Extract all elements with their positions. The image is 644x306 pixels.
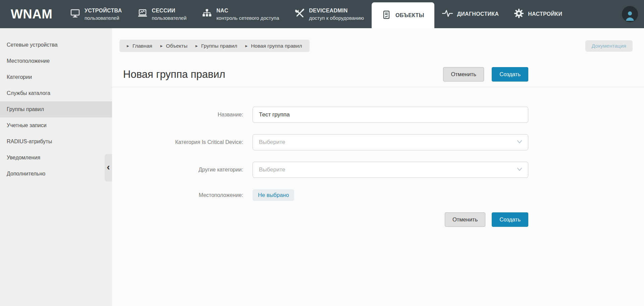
sidebar-item-notifications[interactable]: Уведомления <box>0 150 112 166</box>
form-row-name: Название: <box>112 107 644 123</box>
cancel-button-bottom[interactable]: Отменить <box>445 212 485 227</box>
sidebar-item-network-devices[interactable]: Сетевые устройства <box>0 37 112 53</box>
gear-icon <box>514 9 524 19</box>
critical-category-label: Категория Is Critical Device: <box>112 139 243 145</box>
nav-item-settings[interactable]: НАСТРОЙКИ <box>506 0 570 28</box>
nav-label: NAC <box>216 8 279 14</box>
breadcrumb-item-rule-groups[interactable]: ▶ Группы правил <box>192 43 241 49</box>
sidebar-item-accounts[interactable]: Учетные записи <box>0 117 112 134</box>
tools-icon <box>294 8 305 20</box>
form-row-location: Местоположение: Не выбрано <box>112 189 644 201</box>
name-label: Название: <box>112 112 243 118</box>
title-divider <box>112 87 644 87</box>
create-button-bottom[interactable]: Создать <box>492 212 528 227</box>
nav-label: СЕССИИ <box>152 8 187 14</box>
nav-items: УСТРОЙСТВА пользователей СЕССИИ пользова… <box>62 0 570 28</box>
sidebar-item-directory-services[interactable]: Службы каталога <box>0 85 112 101</box>
breadcrumb-arrow-icon: ▶ <box>127 44 129 48</box>
breadcrumb: ▶ Главная ▶ Объекты ▶ Группы правил ▶ Но… <box>119 40 310 52</box>
chevron-left-icon: ‹ <box>107 162 110 172</box>
nav-label: НАСТРОЙКИ <box>528 11 562 17</box>
select-placeholder: Выберите <box>259 139 285 146</box>
breadcrumb-item-home[interactable]: ▶ Главная <box>123 43 156 49</box>
select-placeholder: Выберите <box>259 166 285 173</box>
nav-sublabel: доступ к оборудованию <box>309 15 364 21</box>
form-row-other-categories: Другие категории: Выберите <box>112 162 644 178</box>
main-content: ▶ Главная ▶ Объекты ▶ Группы правил ▶ Но… <box>112 28 644 306</box>
category-critical-select[interactable]: Выберите <box>253 134 528 150</box>
breadcrumb-arrow-icon: ▶ <box>160 44 163 48</box>
other-categories-label: Другие категории: <box>112 167 243 173</box>
sidebar-item-location[interactable]: Местоположение <box>0 53 112 69</box>
documentation-link[interactable]: Документация <box>585 40 633 52</box>
chevron-down-icon <box>517 139 523 146</box>
rule-group-form: Название: Категория Is Critical Device: … <box>112 107 644 227</box>
title-actions: Отменить Создать <box>443 67 528 82</box>
breadcrumb-item-new-rule-group[interactable]: ▶ Новая группа правил <box>241 43 306 49</box>
sidebar-item-rule-groups[interactable]: Группы правил <box>0 101 112 117</box>
create-button-top[interactable]: Создать <box>492 67 528 82</box>
sidebar-item-additional[interactable]: Дополнительно <box>0 166 112 182</box>
nav-sublabel: контроль сетевого доступа <box>216 15 279 21</box>
form-row-critical-category: Категория Is Critical Device: Выберите <box>112 134 644 150</box>
nav-item-diagnostics[interactable]: ДИАГНОСТИКА <box>434 0 507 28</box>
user-avatar[interactable] <box>622 6 638 22</box>
app-logo[interactable]: WNAM <box>0 0 62 28</box>
nav-label: ОБЪЕКТЫ <box>395 12 424 18</box>
breadcrumb-item-objects[interactable]: ▶ Объекты <box>156 43 192 49</box>
top-navbar: WNAM УСТРОЙСТВА пользователей <box>0 0 644 28</box>
nav-item-deviceadmin[interactable]: DEVICEADMIN доступ к оборудованию <box>287 0 372 28</box>
chevron-down-icon <box>517 166 523 173</box>
sidebar: Сетевые устройства Местоположение Катего… <box>0 28 112 306</box>
sidebar-item-radius-attributes[interactable]: RADIUS-атрибуты <box>0 134 112 150</box>
laptop-chart-icon <box>138 8 148 20</box>
cancel-button-top[interactable]: Отменить <box>443 67 484 82</box>
nav-item-nac[interactable]: NAC контроль сетевого доступа <box>194 0 287 28</box>
nav-sublabel: пользователей <box>85 15 122 21</box>
other-categories-select[interactable]: Выберите <box>253 162 528 178</box>
name-field[interactable] <box>253 107 528 123</box>
document-icon <box>382 10 391 21</box>
nav-label: УСТРОЙСТВА <box>85 8 122 14</box>
sitemap-icon <box>202 8 212 20</box>
location-label: Местоположение: <box>112 192 243 198</box>
monitor-icon <box>70 8 80 20</box>
footer-actions: Отменить Создать <box>112 212 528 227</box>
sidebar-item-categories[interactable]: Категории <box>0 69 112 85</box>
nav-label: ДИАГНОСТИКА <box>457 11 499 17</box>
page-title: Новая группа правил <box>123 68 225 81</box>
collapse-sidebar-button[interactable]: ‹ <box>105 154 112 182</box>
location-badge[interactable]: Не выбрано <box>253 189 294 201</box>
nav-item-devices[interactable]: УСТРОЙСТВА пользователей <box>62 0 130 28</box>
nav-item-objects[interactable]: ОБЪЕКТЫ <box>372 2 434 28</box>
pulse-icon <box>442 8 453 20</box>
nav-label: DEVICEADMIN <box>309 8 364 14</box>
nav-sublabel: пользователей <box>152 15 187 21</box>
user-icon <box>624 10 636 22</box>
nav-item-sessions[interactable]: СЕССИИ пользователей <box>130 0 195 28</box>
breadcrumb-arrow-icon: ▶ <box>196 44 198 48</box>
breadcrumb-arrow-icon: ▶ <box>245 44 248 48</box>
